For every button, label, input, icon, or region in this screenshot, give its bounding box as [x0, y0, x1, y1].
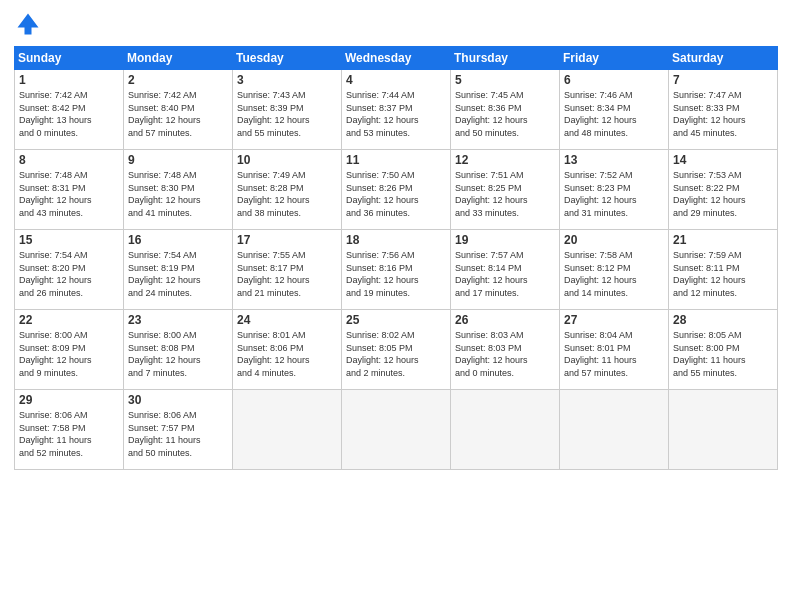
- weekday-header-row: SundayMondayTuesdayWednesdayThursdayFrid…: [15, 47, 778, 70]
- calendar-cell: 25Sunrise: 8:02 AM Sunset: 8:05 PM Dayli…: [342, 310, 451, 390]
- day-info: Sunrise: 7:54 AM Sunset: 8:19 PM Dayligh…: [128, 249, 228, 299]
- calendar-cell: 30Sunrise: 8:06 AM Sunset: 7:57 PM Dayli…: [124, 390, 233, 470]
- calendar-cell: [669, 390, 778, 470]
- day-number: 7: [673, 73, 773, 87]
- day-info: Sunrise: 8:02 AM Sunset: 8:05 PM Dayligh…: [346, 329, 446, 379]
- day-info: Sunrise: 7:48 AM Sunset: 8:31 PM Dayligh…: [19, 169, 119, 219]
- weekday-header-wednesday: Wednesday: [342, 47, 451, 70]
- calendar-cell: [560, 390, 669, 470]
- day-info: Sunrise: 7:42 AM Sunset: 8:40 PM Dayligh…: [128, 89, 228, 139]
- day-number: 3: [237, 73, 337, 87]
- day-info: Sunrise: 7:59 AM Sunset: 8:11 PM Dayligh…: [673, 249, 773, 299]
- day-info: Sunrise: 7:56 AM Sunset: 8:16 PM Dayligh…: [346, 249, 446, 299]
- day-info: Sunrise: 8:06 AM Sunset: 7:58 PM Dayligh…: [19, 409, 119, 459]
- day-number: 30: [128, 393, 228, 407]
- weekday-header-tuesday: Tuesday: [233, 47, 342, 70]
- week-row-4: 22Sunrise: 8:00 AM Sunset: 8:09 PM Dayli…: [15, 310, 778, 390]
- weekday-header-friday: Friday: [560, 47, 669, 70]
- day-number: 29: [19, 393, 119, 407]
- week-row-3: 15Sunrise: 7:54 AM Sunset: 8:20 PM Dayli…: [15, 230, 778, 310]
- day-number: 26: [455, 313, 555, 327]
- weekday-header-monday: Monday: [124, 47, 233, 70]
- day-info: Sunrise: 8:05 AM Sunset: 8:00 PM Dayligh…: [673, 329, 773, 379]
- week-row-5: 29Sunrise: 8:06 AM Sunset: 7:58 PM Dayli…: [15, 390, 778, 470]
- calendar-cell: 12Sunrise: 7:51 AM Sunset: 8:25 PM Dayli…: [451, 150, 560, 230]
- day-number: 14: [673, 153, 773, 167]
- day-number: 10: [237, 153, 337, 167]
- day-number: 28: [673, 313, 773, 327]
- day-info: Sunrise: 8:06 AM Sunset: 7:57 PM Dayligh…: [128, 409, 228, 459]
- calendar-cell: [342, 390, 451, 470]
- day-number: 19: [455, 233, 555, 247]
- day-info: Sunrise: 7:44 AM Sunset: 8:37 PM Dayligh…: [346, 89, 446, 139]
- calendar-cell: 27Sunrise: 8:04 AM Sunset: 8:01 PM Dayli…: [560, 310, 669, 390]
- calendar-cell: 3Sunrise: 7:43 AM Sunset: 8:39 PM Daylig…: [233, 70, 342, 150]
- calendar-cell: 18Sunrise: 7:56 AM Sunset: 8:16 PM Dayli…: [342, 230, 451, 310]
- weekday-header-saturday: Saturday: [669, 47, 778, 70]
- logo: [14, 10, 46, 38]
- day-info: Sunrise: 7:52 AM Sunset: 8:23 PM Dayligh…: [564, 169, 664, 219]
- day-info: Sunrise: 7:53 AM Sunset: 8:22 PM Dayligh…: [673, 169, 773, 219]
- day-info: Sunrise: 7:50 AM Sunset: 8:26 PM Dayligh…: [346, 169, 446, 219]
- calendar-cell: 6Sunrise: 7:46 AM Sunset: 8:34 PM Daylig…: [560, 70, 669, 150]
- day-number: 27: [564, 313, 664, 327]
- day-number: 20: [564, 233, 664, 247]
- day-number: 22: [19, 313, 119, 327]
- svg-marker-0: [18, 14, 39, 35]
- day-info: Sunrise: 7:46 AM Sunset: 8:34 PM Dayligh…: [564, 89, 664, 139]
- calendar-cell: 1Sunrise: 7:42 AM Sunset: 8:42 PM Daylig…: [15, 70, 124, 150]
- weekday-header-sunday: Sunday: [15, 47, 124, 70]
- day-info: Sunrise: 7:43 AM Sunset: 8:39 PM Dayligh…: [237, 89, 337, 139]
- day-info: Sunrise: 8:00 AM Sunset: 8:08 PM Dayligh…: [128, 329, 228, 379]
- calendar-cell: 2Sunrise: 7:42 AM Sunset: 8:40 PM Daylig…: [124, 70, 233, 150]
- day-number: 2: [128, 73, 228, 87]
- day-number: 6: [564, 73, 664, 87]
- day-number: 5: [455, 73, 555, 87]
- week-row-1: 1Sunrise: 7:42 AM Sunset: 8:42 PM Daylig…: [15, 70, 778, 150]
- calendar-cell: 23Sunrise: 8:00 AM Sunset: 8:08 PM Dayli…: [124, 310, 233, 390]
- day-number: 8: [19, 153, 119, 167]
- calendar-cell: 19Sunrise: 7:57 AM Sunset: 8:14 PM Dayli…: [451, 230, 560, 310]
- calendar-cell: 7Sunrise: 7:47 AM Sunset: 8:33 PM Daylig…: [669, 70, 778, 150]
- day-info: Sunrise: 7:54 AM Sunset: 8:20 PM Dayligh…: [19, 249, 119, 299]
- day-number: 9: [128, 153, 228, 167]
- calendar-cell: 20Sunrise: 7:58 AM Sunset: 8:12 PM Dayli…: [560, 230, 669, 310]
- day-number: 4: [346, 73, 446, 87]
- day-info: Sunrise: 7:55 AM Sunset: 8:17 PM Dayligh…: [237, 249, 337, 299]
- day-info: Sunrise: 7:51 AM Sunset: 8:25 PM Dayligh…: [455, 169, 555, 219]
- day-info: Sunrise: 8:04 AM Sunset: 8:01 PM Dayligh…: [564, 329, 664, 379]
- calendar-cell: 22Sunrise: 8:00 AM Sunset: 8:09 PM Dayli…: [15, 310, 124, 390]
- day-number: 1: [19, 73, 119, 87]
- day-info: Sunrise: 7:45 AM Sunset: 8:36 PM Dayligh…: [455, 89, 555, 139]
- day-number: 24: [237, 313, 337, 327]
- calendar-table: SundayMondayTuesdayWednesdayThursdayFrid…: [14, 46, 778, 470]
- day-number: 12: [455, 153, 555, 167]
- day-number: 15: [19, 233, 119, 247]
- day-info: Sunrise: 8:00 AM Sunset: 8:09 PM Dayligh…: [19, 329, 119, 379]
- page: SundayMondayTuesdayWednesdayThursdayFrid…: [0, 0, 792, 612]
- day-number: 16: [128, 233, 228, 247]
- day-info: Sunrise: 7:57 AM Sunset: 8:14 PM Dayligh…: [455, 249, 555, 299]
- calendar-cell: 8Sunrise: 7:48 AM Sunset: 8:31 PM Daylig…: [15, 150, 124, 230]
- calendar-cell: 4Sunrise: 7:44 AM Sunset: 8:37 PM Daylig…: [342, 70, 451, 150]
- day-info: Sunrise: 7:42 AM Sunset: 8:42 PM Dayligh…: [19, 89, 119, 139]
- calendar-cell: [233, 390, 342, 470]
- day-info: Sunrise: 8:01 AM Sunset: 8:06 PM Dayligh…: [237, 329, 337, 379]
- day-number: 18: [346, 233, 446, 247]
- calendar-cell: 26Sunrise: 8:03 AM Sunset: 8:03 PM Dayli…: [451, 310, 560, 390]
- calendar-cell: 10Sunrise: 7:49 AM Sunset: 8:28 PM Dayli…: [233, 150, 342, 230]
- calendar-cell: 11Sunrise: 7:50 AM Sunset: 8:26 PM Dayli…: [342, 150, 451, 230]
- day-number: 21: [673, 233, 773, 247]
- day-number: 23: [128, 313, 228, 327]
- day-info: Sunrise: 8:03 AM Sunset: 8:03 PM Dayligh…: [455, 329, 555, 379]
- calendar-cell: 29Sunrise: 8:06 AM Sunset: 7:58 PM Dayli…: [15, 390, 124, 470]
- logo-icon: [14, 10, 42, 38]
- calendar-cell: 5Sunrise: 7:45 AM Sunset: 8:36 PM Daylig…: [451, 70, 560, 150]
- day-number: 13: [564, 153, 664, 167]
- calendar-cell: 15Sunrise: 7:54 AM Sunset: 8:20 PM Dayli…: [15, 230, 124, 310]
- week-row-2: 8Sunrise: 7:48 AM Sunset: 8:31 PM Daylig…: [15, 150, 778, 230]
- calendar-cell: 28Sunrise: 8:05 AM Sunset: 8:00 PM Dayli…: [669, 310, 778, 390]
- day-info: Sunrise: 7:48 AM Sunset: 8:30 PM Dayligh…: [128, 169, 228, 219]
- calendar-cell: 17Sunrise: 7:55 AM Sunset: 8:17 PM Dayli…: [233, 230, 342, 310]
- calendar-cell: [451, 390, 560, 470]
